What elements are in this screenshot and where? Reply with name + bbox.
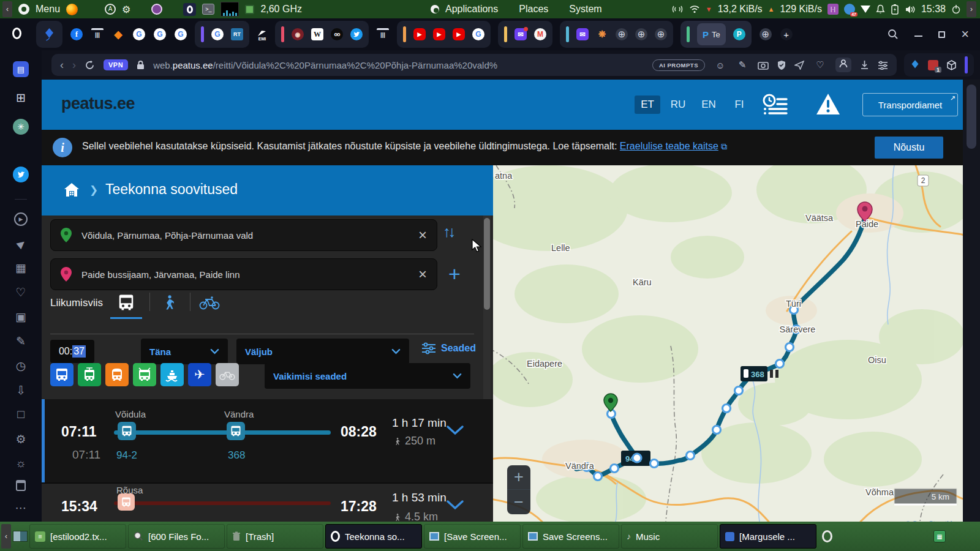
tab-google[interactable]: G xyxy=(211,28,224,40)
tab-group-purple[interactable]: G RT xyxy=(195,21,249,48)
destination-input[interactable]: Paide bussijaam, Järvamaa, Paide linn × xyxy=(50,258,437,290)
tab-group-orange[interactable]: ▶ ▶ ▶ G xyxy=(397,21,491,48)
cookie-accept-button[interactable]: Nõustu xyxy=(875,137,943,159)
tab-site[interactable]: ❋ xyxy=(596,28,608,40)
default-settings-select[interactable]: Vaikimisi seaded xyxy=(265,363,470,389)
aria-ai-icon[interactable]: ✳ xyxy=(0,119,42,135)
swap-directions-button[interactable]: ↑↓ xyxy=(443,223,453,241)
itinerary-result-1[interactable]: 07:11 07:11 Võidula Vändra 94-2 368 08:2… xyxy=(42,399,493,482)
tab-site[interactable]: ◉ xyxy=(292,28,304,40)
notes-icon[interactable]: ✎ xyxy=(0,334,42,348)
tab-google[interactable]: G xyxy=(472,28,484,40)
tab-medium[interactable]: oo xyxy=(331,28,343,40)
tab-gmail[interactable]: M xyxy=(534,28,546,40)
tab-archive[interactable]: Ⅲ xyxy=(377,28,389,40)
page-scrollbar[interactable] xyxy=(963,80,980,522)
filter-bike-button[interactable] xyxy=(216,363,239,386)
opera-icon[interactable] xyxy=(183,3,196,16)
snapshot-camera-icon[interactable] xyxy=(758,61,769,70)
depart-arrive-select[interactable]: Väljub xyxy=(236,339,409,364)
itinerary-result-2[interactable]: Rõusa 15:34 17:28 1 h 53 min 4.5 km xyxy=(42,482,493,522)
filter-bus-button[interactable] xyxy=(50,363,74,386)
tab-search-icon[interactable] xyxy=(888,29,899,40)
bookmark-edit-icon[interactable]: ✎ xyxy=(736,59,749,70)
tab-youtube[interactable]: ▶ xyxy=(413,28,426,40)
map-zoom-in-button[interactable]: + xyxy=(507,465,530,490)
cube-extension-icon[interactable] xyxy=(946,60,957,70)
task-music[interactable]: ♪Music xyxy=(621,524,718,549)
tab-wikipedia[interactable]: W xyxy=(311,28,323,40)
vpn-badge[interactable]: VPN xyxy=(104,59,128,70)
history-icon[interactable]: ◷ xyxy=(0,359,42,373)
expand-chevron-icon[interactable] xyxy=(446,425,464,436)
opera-menu-button[interactable] xyxy=(12,28,21,42)
filter-plane-button[interactable]: ✈ xyxy=(188,363,211,386)
filter-ferry-button[interactable] xyxy=(160,363,184,386)
restore-button[interactable] xyxy=(938,31,945,38)
task-files-found[interactable]: [600 Files Fo... xyxy=(128,524,225,549)
origin-input[interactable]: Võidula, Pärnumaa, Põhja-Pärnumaa vald × xyxy=(50,219,437,251)
panel-scrollbar-thumb[interactable] xyxy=(484,218,490,310)
tab-globe[interactable]: ⊕ xyxy=(760,28,772,40)
wifi-icon[interactable] xyxy=(689,5,700,13)
shield-icon[interactable] xyxy=(777,60,786,70)
downloads-icon[interactable] xyxy=(860,60,869,70)
lang-en[interactable]: EN xyxy=(696,96,722,114)
sidebar-more-icon[interactable]: ⋯ xyxy=(0,501,42,515)
filter-tram-button[interactable] xyxy=(78,363,101,386)
battery-icon[interactable] xyxy=(891,4,899,15)
panel-collapse-right-icon[interactable]: › xyxy=(967,1,976,17)
tab-google[interactable]: G xyxy=(154,28,166,40)
firefox-icon[interactable] xyxy=(66,4,78,15)
tab-globe[interactable]: ⊕ xyxy=(655,28,667,40)
task-save-screen-2[interactable]: Save Screens... xyxy=(522,524,619,549)
menu-button[interactable]: Menu xyxy=(36,4,60,15)
workspace-switcher[interactable] xyxy=(13,531,28,542)
timetable-icon[interactable] xyxy=(761,93,788,116)
ai-prompts-button[interactable]: AI PROMPTS xyxy=(652,59,705,71)
player-icon[interactable]: ▶ xyxy=(0,211,42,226)
panel-collapse-left-icon[interactable]: ‹ xyxy=(2,1,12,17)
url-bar[interactable]: ‹ › VPN web.peatus.ee/reitti/Võidula%2C%… xyxy=(51,54,897,76)
home-icon[interactable] xyxy=(64,182,80,197)
tab-youtube[interactable]: ▶ xyxy=(433,28,445,40)
tab-pcloud[interactable]: P xyxy=(733,28,745,40)
tab-group-yellow[interactable]: ✉ M xyxy=(498,21,552,48)
signal-icon[interactable] xyxy=(671,4,684,14)
peatus-logo[interactable]: peatus.ee xyxy=(61,94,135,113)
opera-task-icon-2[interactable] xyxy=(822,530,832,542)
tab-emi[interactable]: EMI xyxy=(257,28,267,41)
task-teekonna-active[interactable]: Teekonna so... xyxy=(325,524,422,549)
speed-dial-icon[interactable]: ▦ xyxy=(0,261,42,275)
time-input[interactable]: 00:37 xyxy=(50,340,94,363)
lang-ru[interactable]: RU xyxy=(665,96,691,114)
tab-rt[interactable]: RT xyxy=(231,28,243,40)
tab-youtube[interactable]: ▶ xyxy=(453,28,465,40)
tab-active-peatus[interactable]: P Te xyxy=(697,23,726,45)
tab-group-red[interactable]: ◉ W oo xyxy=(275,21,369,48)
route-map[interactable]: 368 94-2 2 atna xyxy=(493,165,963,522)
emoji-icon[interactable]: ☺ xyxy=(714,60,727,70)
origin-clear-icon[interactable]: × xyxy=(418,228,427,242)
themes-icon[interactable]: ☼ xyxy=(0,457,42,470)
tor-browser-icon[interactable] xyxy=(151,4,162,15)
lang-fi[interactable]: FI xyxy=(726,96,752,114)
tray-indicator-icon[interactable]: ▦ xyxy=(933,530,946,542)
bell-icon[interactable] xyxy=(876,4,885,14)
tab-archive[interactable]: Ⅲ xyxy=(91,28,104,40)
settings-button[interactable]: Seaded xyxy=(421,342,476,354)
mode-walk-tab[interactable] xyxy=(153,289,185,316)
close-button[interactable]: × xyxy=(961,28,969,41)
volume-icon[interactable] xyxy=(905,5,916,14)
map-zoom-out-button[interactable]: − xyxy=(507,490,530,514)
flow-send-icon[interactable]: ▶ xyxy=(0,236,42,250)
sidebar-handle[interactable] xyxy=(965,56,968,73)
task-trash[interactable]: [Trash] xyxy=(227,524,323,549)
expand-chevron-icon[interactable] xyxy=(446,500,464,511)
lock-icon[interactable] xyxy=(137,60,145,70)
terminal-icon[interactable]: >_ xyxy=(202,4,214,15)
clipboard-extension-icon[interactable]: 1 xyxy=(928,60,938,70)
tab-facebook[interactable]: f xyxy=(70,28,83,40)
taskbar-collapse-icon[interactable]: ‹ xyxy=(1,524,11,549)
url-text[interactable]: web.peatus.ee/reitti/Võidula%2C%20Pärnum… xyxy=(153,60,497,70)
